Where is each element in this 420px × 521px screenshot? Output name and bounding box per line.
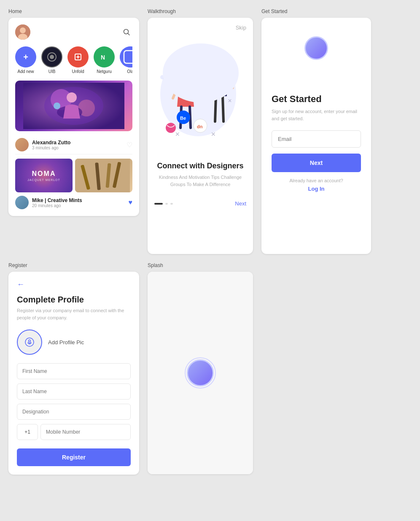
svg-text:✕: ✕ — [211, 131, 216, 138]
walkthrough-title: Connect with Designers — [154, 162, 246, 170]
post1-time: 3 minutes ago — [32, 146, 70, 150]
heart-icon-2[interactable]: ♥ — [129, 199, 133, 206]
story-netguru-circle: N — [94, 46, 115, 67]
walkthrough-illustration: Be dn ✕ ✕ ✕ — [154, 35, 246, 153]
noma-image: NOMA JACQUET MERLOT — [15, 159, 73, 192]
story-ola[interactable]: Ola — [120, 46, 132, 74]
pens-image — [75, 159, 132, 192]
story-uib-label: UIB — [48, 69, 56, 74]
svg-point-1 — [20, 27, 26, 33]
phone-row: +1 — [17, 424, 131, 440]
home-label: Home — [8, 8, 139, 14]
skip-button[interactable]: Skip — [154, 24, 246, 31]
email-input[interactable] — [272, 130, 361, 148]
post2-avatar — [15, 196, 29, 209]
first-name-input[interactable] — [17, 363, 131, 379]
phone-code[interactable]: +1 — [17, 424, 38, 440]
svg-point-3 — [124, 30, 129, 34]
gs-title: Get Started — [272, 94, 361, 105]
login-button[interactable]: Log In — [272, 186, 361, 192]
add-photo-button[interactable] — [17, 329, 42, 355]
featured-image — [15, 81, 132, 131]
svg-point-47 — [29, 340, 31, 342]
walkthrough-subtitle: Kindness And Motivation Tips ChallengeGr… — [154, 174, 246, 188]
walkthrough-bottom: Next — [154, 200, 246, 207]
svg-point-7 — [50, 55, 54, 59]
reg-subtitle: Register via your company email to conne… — [17, 307, 131, 321]
gs-subtitle: Sign up for new account, enter your emai… — [272, 108, 361, 122]
grid-images: NOMA JACQUET MERLOT — [15, 159, 132, 192]
stories-row: + Add new UIB Unfold — [15, 46, 132, 74]
story-uib-circle — [41, 46, 62, 67]
dot-active — [154, 203, 163, 205]
svg-text:✕: ✕ — [175, 131, 180, 138]
story-unfold-circle — [67, 46, 89, 67]
story-unfold[interactable]: Unfold — [67, 46, 89, 74]
logo-area — [272, 36, 361, 60]
post2-time: 20 minutes ago — [32, 203, 82, 208]
register-button[interactable]: Register — [17, 448, 131, 466]
story-uib[interactable]: UIB — [41, 46, 62, 74]
story-add-label: Add new — [18, 69, 34, 74]
account-text: Already have an account? — [272, 178, 361, 183]
back-button[interactable]: ← — [17, 280, 131, 289]
story-ola-label: Ola — [127, 69, 132, 74]
story-unfold-label: Unfold — [72, 69, 84, 74]
register-label: Register — [8, 262, 139, 268]
avatar-row: Add Profile Pic — [17, 329, 131, 355]
home-screen: + Add new UIB Unfold — [8, 18, 139, 216]
bg-blob — [163, 43, 239, 103]
reg-title: Complete Profile — [17, 295, 131, 305]
getstarted-label: Get Started — [261, 8, 371, 14]
dot-2 — [165, 203, 168, 205]
post2-meta: Mike | Creative Mints 20 minutes ago ♥ — [15, 192, 132, 209]
story-add-circle: + — [15, 46, 36, 67]
dot-3 — [170, 203, 173, 205]
next-button[interactable]: Next — [235, 200, 246, 207]
noma-title: NOMA — [32, 170, 56, 178]
svg-point-18 — [54, 103, 60, 109]
story-ola-circle — [120, 46, 132, 67]
progress-dots — [154, 203, 173, 205]
getstarted-screen: Get Started Sign up for new account, ent… — [261, 18, 371, 254]
avatar[interactable] — [15, 24, 30, 40]
story-add[interactable]: + Add new — [15, 46, 36, 74]
next-button[interactable]: Next — [272, 154, 361, 172]
story-netguru-label: Netguru — [97, 69, 112, 74]
story-netguru[interactable]: N Netguru — [94, 46, 115, 74]
walkthrough-label: Walkthrough — [148, 8, 253, 14]
svg-point-10 — [120, 46, 132, 67]
svg-text:dn: dn — [197, 124, 203, 129]
noma-sub: JACQUET MERLOT — [27, 178, 60, 181]
search-button[interactable] — [121, 26, 132, 38]
svg-point-17 — [67, 92, 77, 103]
svg-text:Be: Be — [180, 116, 186, 121]
post1-meta: Alexandra Zutto 3 minutes ago ♡ — [15, 135, 132, 154]
home-header — [15, 24, 132, 40]
register-screen: ← Complete Profile Register via your com… — [8, 272, 139, 475]
post1-author: Alexandra Zutto — [32, 140, 70, 146]
svg-point-37 — [166, 123, 176, 133]
svg-line-30 — [223, 96, 223, 121]
svg-text:✕: ✕ — [228, 98, 232, 104]
walkthrough-screen: Skip — [148, 18, 253, 254]
post2-author: Mike | Creative Mints — [32, 197, 82, 203]
svg-text:N: N — [101, 54, 105, 61]
post1-avatar — [15, 138, 29, 151]
splash-screen — [148, 272, 253, 474]
last-name-input[interactable] — [17, 383, 131, 400]
phone-input[interactable] — [40, 424, 131, 440]
logo-circle — [304, 36, 328, 60]
splash-label: Splash — [148, 262, 253, 268]
heart-icon-1[interactable]: ♡ — [127, 141, 132, 149]
splash-logo — [187, 359, 214, 386]
svg-line-4 — [128, 34, 130, 35]
add-photo-label: Add Profile Pic — [48, 339, 84, 346]
designation-input[interactable] — [17, 404, 131, 420]
